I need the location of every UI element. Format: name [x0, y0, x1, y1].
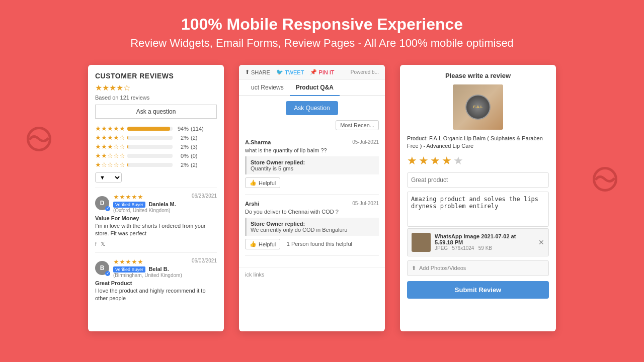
star-4[interactable]: ★: [442, 154, 452, 167]
review-2-name: Belal B.: [148, 266, 169, 272]
bar-stars-3: ★★★☆☆: [95, 143, 125, 150]
product-visual: F.A.L: [453, 84, 503, 130]
q2-helpful-btn[interactable]: 👍 Helpful: [245, 239, 280, 249]
review-2-verified: Verified Buyer: [113, 266, 145, 273]
attachment-preview: WhatsApp Image 2021-07-02 at 5.59.18 PM …: [407, 228, 549, 256]
q1-meta: A.Sharma 05-Jul-2021: [245, 139, 379, 145]
q1-author: A.Sharma: [245, 139, 271, 145]
add-photos-button[interactable]: ⬆ Add Photos/Videos: [407, 260, 549, 276]
review-title-input[interactable]: [407, 172, 549, 188]
wave-right-icon: [591, 165, 619, 199]
facebook-icon[interactable]: f: [95, 241, 97, 247]
q1-reply-label: Store Owner replied:: [251, 159, 305, 165]
star-5[interactable]: ★: [453, 154, 463, 167]
ask-question-btn[interactable]: Ask Question: [286, 101, 338, 115]
bar-stars-4: ★★★★☆: [95, 134, 125, 141]
bar-track-1: [127, 163, 173, 167]
review-item-1: D ✓ ★★★★★ 06/29/2021 Verified Buyer Dani…: [95, 188, 217, 247]
bar-row-3: ★★★☆☆ 2% (3): [95, 143, 217, 150]
review-2-stars: ★★★★★: [113, 258, 143, 265]
q1-text: what is the quantity of lip balm ??: [245, 147, 379, 153]
tweet-label: TWEET: [285, 69, 304, 75]
bar-count-2: (0): [191, 153, 197, 159]
attachment-type: JPEG: [435, 245, 448, 251]
review-2-avatar: B ✓: [95, 261, 109, 275]
sort-select[interactable]: ▼: [95, 172, 122, 183]
attachment-close-button[interactable]: ✕: [538, 238, 544, 246]
q2-text: Do you deliver to Chennai with COD ?: [245, 209, 379, 215]
bar-stars-2: ★★☆☆☆: [95, 152, 125, 159]
thumbs-up-icon-2: 👍: [250, 241, 257, 247]
attachment-filename: WhatsApp Image 2021-07-02 at 5.59.18 PM: [435, 233, 534, 245]
twitter-icon[interactable]: 𝕏: [101, 241, 105, 247]
p1-sort[interactable]: ▼: [95, 172, 217, 183]
review-1-social: f 𝕏: [95, 241, 217, 247]
p3-title: Please write a review: [407, 72, 549, 79]
p1-overall-rating: ★★★★☆: [95, 83, 217, 93]
pin-button[interactable]: 📌 PIN IT: [310, 69, 334, 75]
main-title: 100% Mobile Responsive Experience: [130, 15, 514, 34]
tweet-button[interactable]: 🐦 TWEET: [276, 69, 304, 75]
bar-row-1: ★☆☆☆☆ 2% (2): [95, 161, 217, 168]
bar-pct-3: 2%: [175, 144, 189, 150]
review-1-avatar: D ✓: [95, 196, 109, 210]
header: 100% Mobile Responsive Experience Review…: [130, 15, 514, 50]
review-2-date: 06/02/2021: [192, 258, 217, 263]
bar-count-1: (2): [191, 162, 197, 168]
p3-star-rating[interactable]: ★ ★ ★ ★ ★: [407, 154, 549, 167]
verified-badge-1: ✓: [105, 206, 110, 211]
submit-review-button[interactable]: Submit Review: [407, 281, 549, 299]
bar-pct-4: 2%: [175, 135, 189, 141]
review-body-textarea[interactable]: Amazing product and solves the lips dryn…: [407, 192, 549, 227]
star-3[interactable]: ★: [430, 154, 440, 167]
q1-helpful-btn[interactable]: 👍 Helpful: [245, 177, 280, 188]
star-2[interactable]: ★: [419, 154, 429, 167]
bar-count-5: (114): [191, 126, 204, 132]
twitter-bird-icon: 🐦: [276, 69, 283, 75]
bar-fill-4: [127, 136, 128, 140]
review-1-stars: ★★★★★: [113, 193, 143, 201]
q1-reply-text: Quantity is 5 gms: [251, 165, 293, 171]
wave-left-icon: [25, 125, 53, 158]
bar-fill-5: [127, 127, 170, 131]
review-2-location: (Birmingham, United Kingdom): [113, 273, 217, 278]
thumbs-up-icon: 👍: [250, 179, 257, 186]
review-2-header: B ✓ ★★★★★ 06/02/2021 Verified Buyer Bela…: [95, 258, 217, 278]
attachment-meta: JPEG 576x1024 59 KB: [435, 245, 534, 251]
p2-footer: ick links: [239, 267, 385, 282]
footer-links: ick links: [245, 272, 265, 278]
bar-fill-3: [127, 145, 128, 149]
bar-row-5: ★★★★★ 94% (114): [95, 125, 217, 132]
bar-pct-1: 2%: [175, 162, 189, 168]
q2-helpful-count: 1 Person found this helpful: [287, 241, 352, 247]
share-label: SHARE: [251, 69, 270, 75]
q1-reply: Store Owner replied: Quantity is 5 gms: [245, 156, 379, 174]
p1-based-on: Based on 121 reviews: [95, 95, 217, 101]
review-2-meta: ★★★★★ 06/02/2021 Verified Buyer Belal B.…: [113, 258, 217, 278]
q2-meta: Arshi 05-Jul-2021: [245, 201, 379, 207]
bar-stars-5: ★★★★★: [95, 125, 125, 132]
star-1[interactable]: ★: [407, 154, 417, 167]
pin-label: PIN IT: [318, 69, 334, 75]
bar-row-4: ★★★★☆ 2% (2): [95, 134, 217, 141]
review-1-verified: Verified Buyer: [113, 202, 145, 208]
tab-product-reviews[interactable]: uct Reviews: [245, 80, 290, 95]
product-tin: F.A.L: [465, 95, 491, 120]
qa-panel: ⬆ SHARE 🐦 TWEET 📌 PIN IT Powered b... uc…: [239, 65, 385, 331]
review-1-header: D ✓ ★★★★★ 06/29/2021 Verified Buyer Dani…: [95, 193, 217, 213]
bar-stars-1: ★☆☆☆☆: [95, 161, 125, 168]
bar-track-3: [127, 145, 173, 149]
share-button[interactable]: ⬆ SHARE: [245, 69, 270, 75]
p3-body: Please write a review F.A.L Product: F.A…: [400, 65, 556, 306]
most-recent-filter[interactable]: Most Recen...: [336, 120, 379, 130]
ask-question-button[interactable]: Ask a question: [95, 105, 217, 119]
page: 100% Mobile Responsive Experience Review…: [0, 0, 644, 362]
tab-product-qa[interactable]: Product Q&A: [290, 80, 340, 96]
review-2-text: I love the product and highly recommend …: [95, 287, 217, 303]
overall-stars: ★★★★☆: [95, 83, 130, 93]
bar-track-5: [127, 127, 173, 131]
customer-reviews-panel: CUSTOMER REVIEWS ★★★★☆ Based on 121 revi…: [88, 65, 224, 331]
p2-tabs: uct Reviews Product Q&A: [239, 80, 385, 96]
review-2-title: Great Product: [95, 280, 217, 286]
share-icon: ⬆: [245, 69, 250, 75]
